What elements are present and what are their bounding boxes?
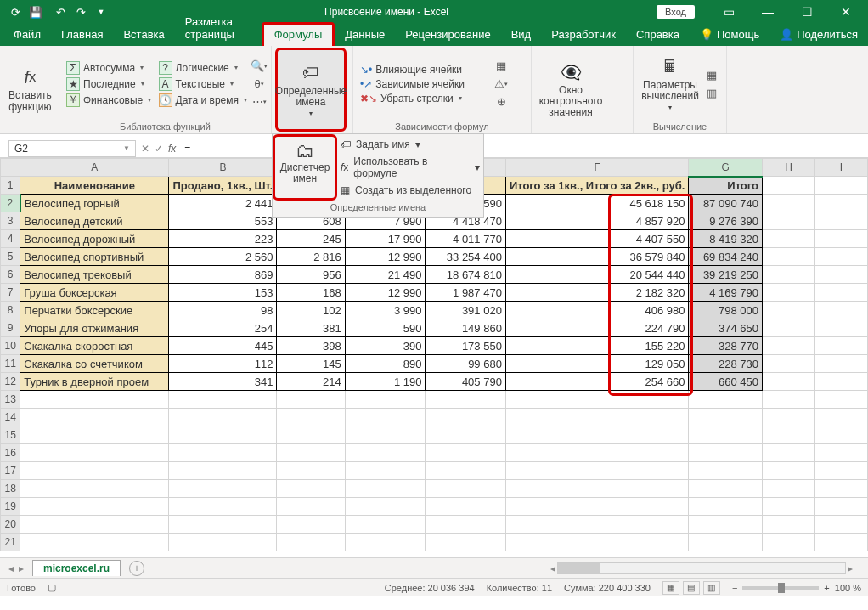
cell[interactable] — [814, 462, 867, 480]
cell[interactable]: Велосипед дорожный — [20, 230, 169, 248]
cell[interactable]: Скакалка со счетчиком — [20, 355, 169, 373]
cell[interactable] — [426, 480, 505, 498]
tab-help[interactable]: Справка — [626, 25, 690, 46]
cell[interactable]: 4 169 790 — [689, 284, 762, 302]
row-header[interactable]: 18 — [1, 480, 20, 498]
tab-layout[interactable]: Разметка страницы — [175, 12, 262, 46]
cell[interactable] — [20, 516, 169, 534]
cell[interactable] — [169, 462, 277, 480]
row-header[interactable]: 17 — [1, 462, 20, 480]
row-header[interactable]: 15 — [1, 426, 20, 444]
cell[interactable] — [345, 444, 426, 462]
tab-insert[interactable]: Вставка — [113, 25, 174, 46]
sheet-nav-last-icon[interactable]: ▸ — [19, 562, 24, 574]
col-header[interactable]: I — [814, 159, 867, 177]
defined-names-button[interactable]: 🏷 Определенные имена ▾ — [275, 48, 347, 132]
row-header[interactable]: 4 — [1, 230, 20, 248]
row-header[interactable]: 20 — [1, 516, 20, 534]
autosave-icon[interactable]: ⟳ — [7, 3, 24, 20]
cell[interactable]: 20 544 440 — [505, 266, 689, 284]
cell[interactable] — [426, 444, 505, 462]
cell[interactable] — [505, 391, 689, 409]
cell[interactable] — [762, 534, 814, 551]
cell[interactable] — [345, 409, 426, 426]
row-header[interactable]: 2 — [1, 195, 20, 212]
cell[interactable]: Велосипед спортивный — [20, 248, 169, 266]
tab-home[interactable]: Главная — [51, 25, 113, 46]
cell[interactable] — [814, 498, 867, 516]
accept-formula-icon[interactable]: ✓ — [155, 143, 163, 155]
col-header[interactable]: F — [505, 159, 689, 177]
cell[interactable] — [689, 498, 762, 516]
row-header[interactable]: 3 — [1, 212, 20, 230]
calc-now-button[interactable]: ▦ — [703, 66, 720, 83]
cell[interactable]: 228 730 — [689, 355, 762, 373]
cell[interactable] — [814, 516, 867, 534]
cell[interactable]: 4 857 920 — [505, 212, 689, 230]
ribbon-options-icon[interactable]: ▭ — [712, 0, 746, 24]
cell[interactable] — [426, 462, 505, 480]
cell[interactable] — [345, 426, 426, 444]
add-sheet-button[interactable]: + — [129, 561, 144, 576]
recent-button[interactable]: ★Последние▾ — [63, 76, 155, 92]
create-from-selection-item[interactable]: ▦Создать из выделенного — [339, 184, 482, 197]
cell[interactable]: 21 490 — [345, 266, 426, 284]
close-icon[interactable]: ✕ — [829, 0, 863, 24]
cell[interactable]: 398 — [277, 337, 345, 355]
cell[interactable] — [505, 534, 689, 551]
cell[interactable]: 590 — [345, 319, 426, 337]
view-pagebreak-button[interactable]: ▥ — [703, 581, 720, 595]
cell[interactable]: 660 450 — [689, 373, 762, 391]
macro-record-icon[interactable]: ▢ — [48, 582, 56, 593]
cell[interactable] — [426, 391, 505, 409]
math-button[interactable]: θ▾ — [251, 76, 268, 93]
cell[interactable] — [762, 480, 814, 498]
cell[interactable]: 12 990 — [345, 284, 426, 302]
name-manager-button[interactable]: 🗂 Диспетчер имен — [273, 134, 337, 201]
cell[interactable] — [505, 498, 689, 516]
cell[interactable] — [277, 444, 345, 462]
cell[interactable] — [814, 480, 867, 498]
cell[interactable]: 869 — [169, 266, 277, 284]
cell[interactable]: 391 020 — [426, 302, 505, 319]
text-button[interactable]: AТекстовые▾ — [155, 76, 251, 92]
cell[interactable] — [762, 516, 814, 534]
col-header[interactable]: A — [20, 159, 169, 177]
cell[interactable]: Груша боксерская — [20, 284, 169, 302]
cell[interactable] — [277, 409, 345, 426]
cell[interactable] — [814, 426, 867, 444]
row-header[interactable]: 21 — [1, 534, 20, 551]
cell[interactable] — [277, 516, 345, 534]
cell[interactable] — [689, 444, 762, 462]
cell[interactable]: 254 — [169, 319, 277, 337]
cell[interactable]: 405 790 — [426, 373, 505, 391]
cell[interactable] — [505, 444, 689, 462]
cell[interactable] — [20, 462, 169, 480]
cell[interactable] — [20, 480, 169, 498]
cell[interactable] — [20, 444, 169, 462]
cell[interactable]: 17 990 — [345, 230, 426, 248]
cell[interactable] — [277, 426, 345, 444]
evaluate-button[interactable]: ⊕ — [493, 93, 510, 110]
cell[interactable] — [426, 498, 505, 516]
cell[interactable] — [345, 462, 426, 480]
cell[interactable]: 374 650 — [689, 319, 762, 337]
tab-file[interactable]: Файл — [3, 25, 51, 46]
define-name-item[interactable]: 🏷Задать имя▾ — [339, 138, 482, 151]
cell[interactable]: 8 419 320 — [689, 230, 762, 248]
calc-options-button[interactable]: 🖩 Параметры вычислений ▾ — [637, 48, 703, 120]
cell[interactable]: 381 — [277, 319, 345, 337]
row-header[interactable]: 8 — [1, 302, 20, 319]
table-header-cell[interactable]: Наименование — [20, 177, 169, 195]
cell[interactable] — [505, 462, 689, 480]
remove-arrows-button[interactable]: ✖↘Убрать стрелки▾ — [357, 92, 493, 105]
cell[interactable]: 112 — [169, 355, 277, 373]
cell[interactable] — [169, 534, 277, 551]
row-header[interactable]: 9 — [1, 319, 20, 337]
row-header[interactable]: 16 — [1, 444, 20, 462]
cell[interactable]: 33 254 400 — [426, 248, 505, 266]
cell[interactable]: 254 660 — [505, 373, 689, 391]
cell[interactable] — [277, 462, 345, 480]
calc-sheet-button[interactable]: ▥ — [703, 84, 720, 101]
row-header[interactable]: 6 — [1, 266, 20, 284]
